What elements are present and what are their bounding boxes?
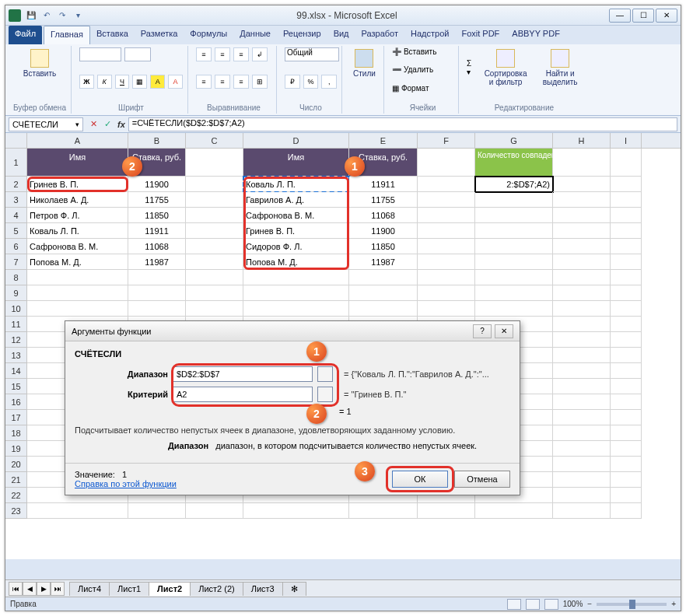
cell-h17[interactable]	[553, 410, 611, 425]
qat-dropdown-icon[interactable]: ▾	[71, 9, 85, 23]
name-box-dropdown-icon[interactable]: ▾	[75, 121, 79, 128]
cell-i14[interactable]	[611, 363, 642, 379]
cell-b8[interactable]	[128, 270, 186, 285]
wrap-text-button[interactable]: ↲	[252, 47, 268, 61]
find-select-button[interactable]: Найти и выделить	[538, 47, 582, 88]
cell-h22[interactable]	[553, 488, 611, 503]
row-header-18[interactable]: 18	[5, 425, 27, 441]
cell-a6[interactable]: Сафронова В. М.	[27, 239, 128, 254]
cancel-button[interactable]: Отмена	[454, 471, 510, 488]
cell-h7[interactable]	[553, 254, 611, 270]
cell-b23[interactable]	[128, 503, 186, 519]
percent-button[interactable]: %	[303, 75, 319, 89]
col-header-d[interactable]: D	[243, 133, 349, 148]
tab-formulas[interactable]: Формулы	[184, 26, 233, 44]
minimize-button[interactable]: —	[609, 9, 631, 23]
cell-a7[interactable]: Попова М. Д.	[27, 254, 128, 270]
row-header-17[interactable]: 17	[5, 410, 27, 425]
row-header-20[interactable]: 20	[5, 457, 27, 472]
cell-h13[interactable]	[553, 348, 611, 363]
cell-a8[interactable]	[27, 270, 128, 285]
col-header-h[interactable]: H	[553, 133, 611, 148]
cell-h2[interactable]	[553, 177, 611, 192]
name-box[interactable]: СЧЁТЕСЛИ ▾	[9, 117, 83, 131]
cell-b7[interactable]: 11987	[128, 254, 186, 270]
close-button[interactable]: ✕	[656, 9, 677, 23]
tab-developer[interactable]: Разработ	[355, 26, 404, 44]
range-ref-button[interactable]	[317, 366, 333, 382]
cell-i4[interactable]	[611, 208, 642, 223]
cell-b2[interactable]: 11900	[128, 177, 186, 192]
cell-f8[interactable]	[418, 270, 475, 285]
row-header-12[interactable]: 12	[5, 332, 27, 348]
cell-i1[interactable]	[611, 149, 642, 177]
cell-i9[interactable]	[611, 285, 642, 301]
cell-g1[interactable]: Количество совпадений	[475, 149, 553, 177]
sheet-nav-first[interactable]: ⏮	[9, 582, 23, 596]
cell-g5[interactable]	[475, 223, 553, 239]
row-header-4[interactable]: 4	[5, 208, 27, 223]
cell-h21[interactable]	[553, 472, 611, 488]
cell-i3[interactable]	[611, 192, 642, 208]
cell-a2[interactable]: Гринев В. П.	[27, 177, 128, 192]
cell-e2[interactable]: 11911	[349, 177, 418, 192]
cell-e9[interactable]	[349, 285, 418, 301]
col-header-g[interactable]: G	[475, 133, 553, 148]
cell-b5[interactable]: 11911	[128, 223, 186, 239]
tab-review[interactable]: Рецензир	[277, 26, 327, 44]
cell-a23[interactable]	[27, 503, 128, 519]
sheet-nav-next[interactable]: ▶	[37, 582, 51, 596]
zoom-slider[interactable]	[597, 603, 667, 606]
cell-a9[interactable]	[27, 285, 128, 301]
cell-f4[interactable]	[418, 208, 475, 223]
cell-i15[interactable]	[611, 379, 642, 394]
cell-i2[interactable]	[611, 177, 642, 192]
dialog-close-button[interactable]: ✕	[495, 324, 513, 338]
row-header-21[interactable]: 21	[5, 472, 27, 488]
row-header-7[interactable]: 7	[5, 254, 27, 270]
dialog-titlebar[interactable]: Аргументы функции ? ✕	[65, 321, 520, 341]
view-pagebreak-button[interactable]	[544, 599, 558, 610]
sort-filter-button[interactable]: Сортировка и фильтр	[481, 47, 531, 88]
cell-b3[interactable]: 11755	[128, 192, 186, 208]
cell-g4[interactable]	[475, 208, 553, 223]
range-input[interactable]	[173, 366, 313, 382]
cell-e23[interactable]	[349, 503, 418, 519]
cell-e3[interactable]: 11755	[349, 192, 418, 208]
underline-button[interactable]: Ч	[115, 75, 130, 89]
select-all-corner[interactable]	[5, 133, 27, 148]
cell-h15[interactable]	[553, 379, 611, 394]
cell-f9[interactable]	[418, 285, 475, 301]
enter-formula-button[interactable]: ✓	[100, 117, 114, 131]
align-top-button[interactable]: ≡	[196, 47, 212, 61]
redo-icon[interactable]: ↷	[55, 9, 69, 23]
cell-h14[interactable]	[553, 363, 611, 379]
cell-d7[interactable]: Попова М. Д.	[243, 254, 349, 270]
cell-g2[interactable]: 2:$D$7;A2)	[475, 177, 553, 192]
undo-icon[interactable]: ↶	[40, 9, 54, 23]
tab-data[interactable]: Данные	[233, 26, 277, 44]
cell-h4[interactable]	[553, 208, 611, 223]
fill-color-button[interactable]: A	[150, 75, 165, 89]
cell-h20[interactable]	[553, 457, 611, 472]
cell-i8[interactable]	[611, 270, 642, 285]
cell-h18[interactable]	[553, 425, 611, 441]
cells-delete-button[interactable]: Удалить	[404, 65, 433, 74]
cell-h1[interactable]	[553, 149, 611, 177]
sheet-tab-Лист2[interactable]: Лист2	[149, 582, 191, 596]
cell-h3[interactable]	[553, 192, 611, 208]
col-header-a[interactable]: A	[27, 133, 128, 148]
cell-h10[interactable]	[553, 301, 611, 317]
cell-f7[interactable]	[418, 254, 475, 270]
cell-d9[interactable]	[243, 285, 349, 301]
tab-insert[interactable]: Вставка	[90, 26, 135, 44]
cell-c1[interactable]	[186, 149, 243, 177]
cell-c23[interactable]	[186, 503, 243, 519]
cell-i19[interactable]	[611, 441, 642, 457]
cell-a1[interactable]: Имя	[27, 149, 128, 177]
row-header-13[interactable]: 13	[5, 348, 27, 363]
cell-f1[interactable]	[418, 149, 475, 177]
font-color-button[interactable]: A	[168, 75, 183, 89]
cell-f2[interactable]	[418, 177, 475, 192]
view-normal-button[interactable]	[507, 599, 521, 610]
